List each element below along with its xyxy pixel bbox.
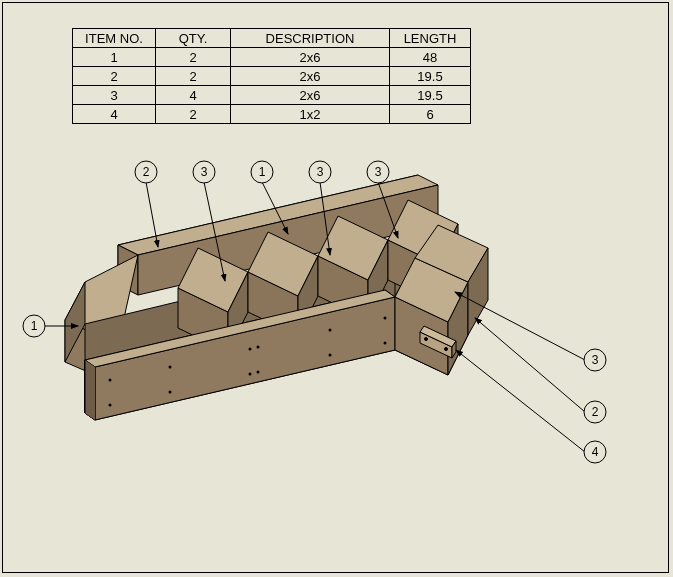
svg-point-47	[109, 379, 112, 382]
svg-point-49	[169, 366, 172, 369]
balloon-label: 3	[592, 353, 599, 367]
svg-point-54	[257, 371, 260, 374]
balloon-label: 1	[31, 319, 38, 333]
balloon-label: 2	[143, 165, 150, 179]
svg-point-56	[329, 354, 332, 357]
svg-point-57	[384, 317, 387, 320]
svg-point-55	[329, 329, 332, 332]
svg-point-58	[384, 342, 387, 345]
svg-point-45	[425, 338, 428, 341]
balloon-label: 4	[592, 445, 599, 459]
svg-point-53	[257, 346, 260, 349]
balloon-label: 3	[375, 165, 382, 179]
svg-point-48	[109, 404, 112, 407]
svg-marker-35	[85, 360, 95, 420]
isometric-drawing: 2 3 1 3 3 1 3 2 4	[0, 0, 673, 577]
svg-point-46	[445, 348, 448, 351]
balloon-label: 3	[201, 165, 208, 179]
svg-line-73	[475, 318, 585, 412]
svg-line-71	[455, 292, 585, 360]
balloon-label: 2	[592, 405, 599, 419]
svg-line-75	[456, 350, 585, 452]
svg-point-52	[249, 373, 252, 376]
svg-point-50	[169, 391, 172, 394]
balloon-label: 1	[259, 165, 266, 179]
svg-point-51	[249, 348, 252, 351]
balloon-label: 3	[317, 165, 324, 179]
